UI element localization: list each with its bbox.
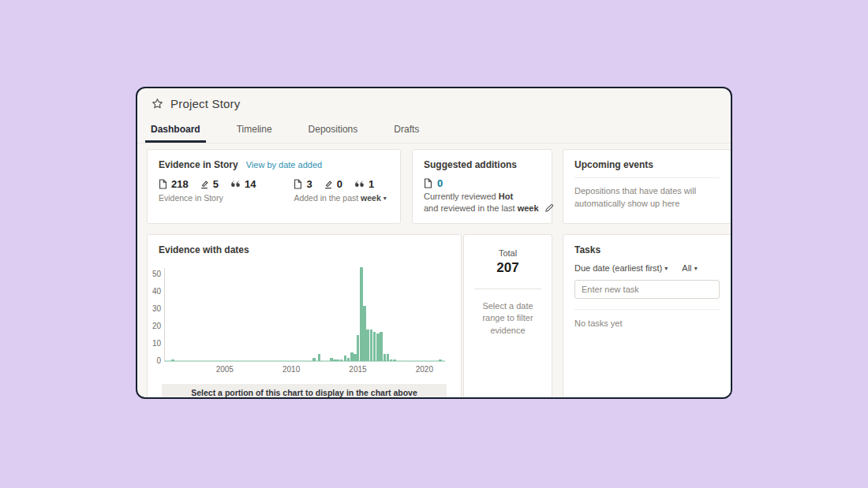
documents-count-recent: 3 — [306, 178, 312, 190]
evidence-stats: 218 5 14 Evidence in Story — [148, 170, 400, 203]
criteria-period-value: week — [518, 203, 539, 213]
chart-bar[interactable] — [347, 358, 350, 361]
total-value: 207 — [464, 260, 552, 276]
chart-bar[interactable] — [376, 333, 380, 361]
chart-bar[interactable] — [439, 359, 442, 361]
x-axis-tick-label: 2015 — [342, 365, 373, 374]
documents-stat: 218 — [159, 178, 189, 190]
upcoming-events-panel: Upcoming events Depositions that have da… — [563, 149, 731, 224]
chart-bar[interactable] — [366, 330, 369, 361]
chevron-down-icon: ▾ — [694, 265, 698, 272]
criteria-line2-prefix: and reviewed in the last — [424, 203, 518, 213]
y-axis-tick-label: 50 — [148, 270, 161, 278]
chart-bar[interactable] — [373, 332, 376, 361]
new-task-input[interactable] — [574, 280, 720, 299]
suggested-criteria-line2: and reviewed in the last week — [424, 203, 541, 213]
chart-bar[interactable] — [387, 354, 390, 361]
upcoming-events-title: Upcoming events — [574, 159, 720, 170]
edit-pencil-icon[interactable] — [544, 203, 554, 213]
highlights-stat: 5 — [200, 178, 219, 190]
task-sort-dropdown[interactable]: Due date (earliest first) ▾ — [574, 263, 668, 273]
chart-bar[interactable] — [333, 359, 336, 361]
tasks-empty-text: No tasks yet — [574, 319, 720, 328]
total-hint: Select a date range to filter evidence — [473, 300, 542, 337]
criteria-line1-prefix: Currently reviewed — [424, 192, 499, 201]
evidence-in-story-panel: Evidence in Story View by date added 218… — [147, 149, 401, 224]
tasks-title: Tasks — [574, 244, 720, 255]
chart-bar[interactable] — [340, 359, 343, 361]
tab-depositions[interactable]: Depositions — [303, 117, 364, 143]
highlight-icon — [200, 180, 209, 189]
chart-bar[interactable] — [393, 359, 396, 361]
quote-icon — [230, 180, 241, 188]
suggested-criteria-line1: Currently reviewed Hot — [424, 192, 541, 201]
document-icon — [159, 179, 167, 189]
total-label: Total — [464, 248, 552, 258]
recent-label-prefix: Added in the past — [294, 193, 361, 203]
tasks-panel: Tasks Due date (earliest first) ▾ All ▾ … — [563, 234, 731, 399]
evidence-chart-plot[interactable]: 010203040502005201020152020 — [148, 235, 462, 361]
divider — [574, 177, 720, 178]
x-axis-tick-label: 2005 — [209, 365, 241, 374]
page-background: { "window": { "title": "Project Story" }… — [0, 0, 868, 488]
chart-bar[interactable] — [383, 354, 387, 361]
chart-brush-strip[interactable]: Select a portion of this chart to displa… — [162, 384, 447, 399]
suggested-count[interactable]: 0 — [437, 177, 443, 189]
chart-bar[interactable] — [357, 335, 360, 361]
chart-brush-hint: Select a portion of this chart to displa… — [191, 388, 417, 397]
chart-bar[interactable] — [370, 330, 373, 361]
task-filter-label: All — [682, 263, 691, 273]
highlights-count: 5 — [213, 178, 219, 190]
project-story-window: Project Story Dashboard Timeline Deposit… — [136, 87, 732, 399]
x-axis-tick-label: 2010 — [275, 365, 307, 374]
favorite-star-icon[interactable] — [152, 98, 163, 110]
chart-bar[interactable] — [330, 358, 333, 361]
quotes-stat: 14 — [230, 178, 256, 190]
evidence-recent-label: Added in the past week ▾ — [294, 193, 386, 203]
chart-bar[interactable] — [344, 356, 347, 361]
view-by-date-added-link[interactable]: View by date added — [246, 160, 322, 169]
recent-period-dropdown[interactable]: week — [361, 193, 381, 203]
y-axis-tick-label: 30 — [148, 304, 161, 313]
chart-bar[interactable] — [350, 352, 354, 361]
chart-bar[interactable] — [380, 332, 383, 361]
tab-bar: Dashboard Timeline Depositions Drafts — [137, 117, 731, 143]
chart-bar[interactable] — [363, 306, 366, 361]
chevron-down-icon: ▾ — [664, 265, 668, 272]
highlight-icon — [324, 180, 333, 189]
y-axis-tick-label: 10 — [148, 339, 161, 348]
y-axis-tick-label: 40 — [148, 287, 161, 296]
window-header: Project Story — [137, 88, 731, 110]
document-icon — [294, 179, 302, 189]
criteria-rating-value: Hot — [499, 192, 513, 201]
tab-timeline[interactable]: Timeline — [231, 117, 278, 143]
y-axis-tick-label: 0 — [148, 356, 161, 365]
divider — [474, 289, 541, 289]
quotes-stat-recent: 1 — [354, 178, 374, 190]
chart-bar[interactable] — [312, 358, 316, 361]
documents-count: 218 — [171, 178, 189, 190]
y-axis-tick-label: 20 — [148, 322, 161, 330]
tab-drafts[interactable]: Drafts — [388, 117, 425, 143]
chart-bar[interactable] — [390, 359, 393, 361]
evidence-with-dates-panel: Evidence with dates 01020304050200520102… — [147, 234, 462, 399]
chart-bar[interactable] — [336, 359, 339, 361]
evidence-current-group: 218 5 14 Evidence in Story — [159, 178, 256, 203]
chart-bar[interactable] — [360, 267, 363, 361]
task-sort-label: Due date (earliest first) — [574, 263, 662, 273]
x-axis-tick-label: 2020 — [409, 365, 440, 374]
chart-x-axis — [164, 360, 445, 362]
suggested-additions-title: Suggested additions — [424, 159, 541, 170]
chart-bar[interactable] — [171, 359, 174, 361]
document-icon — [424, 178, 432, 188]
highlights-count-recent: 0 — [337, 178, 342, 190]
documents-stat-recent: 3 — [294, 178, 312, 190]
evidence-in-story-title: Evidence in Story — [159, 159, 238, 170]
tab-dashboard[interactable]: Dashboard — [145, 117, 206, 143]
chevron-down-icon[interactable]: ▾ — [383, 195, 387, 202]
chart-y-axis — [164, 268, 165, 361]
chart-bar[interactable] — [318, 354, 321, 361]
task-filter-dropdown[interactable]: All ▾ — [682, 263, 697, 273]
evidence-recent-group: 3 0 1 Added in the past week ▾ — [294, 178, 386, 203]
divider — [574, 309, 720, 310]
